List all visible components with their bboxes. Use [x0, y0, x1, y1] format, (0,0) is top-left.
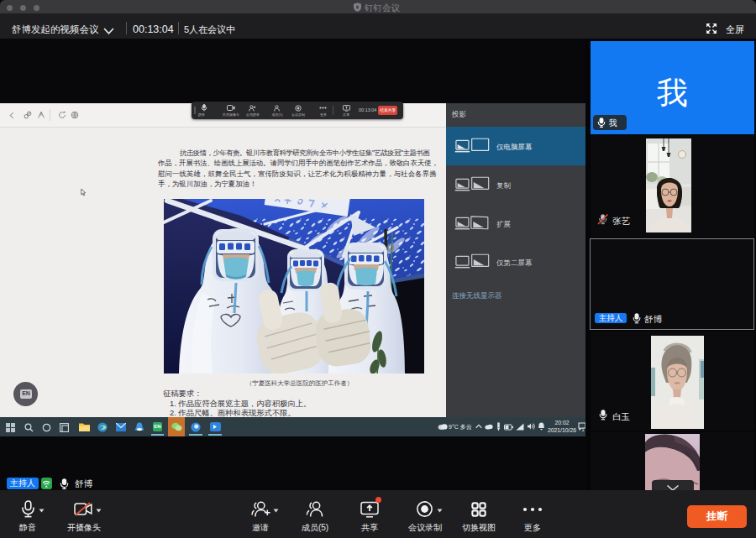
- svg-text:1: 1: [582, 427, 585, 432]
